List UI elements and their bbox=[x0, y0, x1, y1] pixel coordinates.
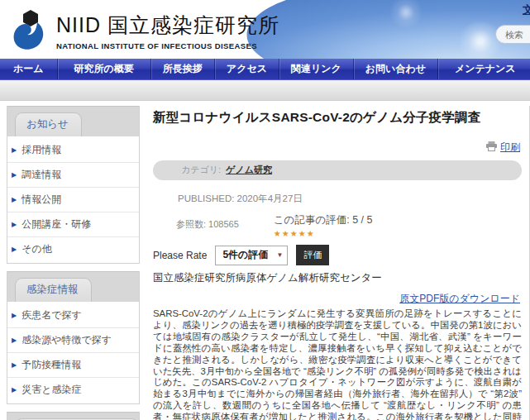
nav-item-access[interactable]: アクセス bbox=[214, 59, 279, 79]
sidebar-list: ▶ 疾患名で探す ▶ 感染源や特徴で探す ▶ 予防接種情報 ▶ 災害と感染症 bbox=[7, 302, 139, 403]
sidebar-item-label: 疾患名で探す bbox=[21, 308, 82, 322]
content-area: お知らせ ▶ 採用情報 ▶ 調達情報 ▶ 情報公開 ▶ 公開講座・研修 bbox=[0, 101, 530, 420]
org-name: NIID 国立感染症研究所 bbox=[56, 12, 279, 39]
sidebar-section-infection-info: 感染症情報 ▶ 疾患名で探す ▶ 感染源や特徴で探す ▶ 予防接種情報 ▶ 災害… bbox=[7, 271, 140, 404]
rating-select-value: 5件の評価 bbox=[222, 248, 268, 262]
sidebar-item-label: 採用情報 bbox=[21, 143, 61, 157]
breadcrumb-strip bbox=[0, 80, 530, 101]
sidebar-item-label: その他 bbox=[21, 242, 52, 256]
sidebar-item-procurement[interactable]: ▶ 調達情報 bbox=[7, 163, 139, 188]
rating-select[interactable]: 5件の評価 ▼ bbox=[215, 246, 288, 265]
nav-item-contact[interactable]: お問い合わせ bbox=[353, 59, 437, 79]
sidebar-list: ▶ 採用情報 ▶ 調達情報 ▶ 情報公開 ▶ 公開講座・研修 ▶ その他 bbox=[7, 136, 139, 263]
arrow-right-icon: ▶ bbox=[12, 246, 17, 253]
site-header: 文 NIID 国立感染症研究所 NATIONAL INSTITUTE OF IN… bbox=[0, 0, 530, 59]
niid-logo-icon bbox=[12, 8, 48, 51]
print-link[interactable]: 印刷 bbox=[500, 141, 520, 155]
sidebar-item-disclosure[interactable]: ▶ 情報公開 bbox=[7, 188, 139, 212]
sidebar-item-label: 調達情報 bbox=[21, 168, 61, 182]
niid-logo[interactable]: NIID 国立感染症研究所 NATIONAL INSTITUTE OF INFE… bbox=[12, 5, 279, 51]
sidebar-item-disaster[interactable]: ▶ 災害と感染症 bbox=[7, 378, 139, 402]
sidebar-section-header: お知らせ bbox=[7, 106, 139, 136]
nav-item-links[interactable]: 関連リンク bbox=[279, 59, 353, 79]
arrow-right-icon: ▶ bbox=[12, 313, 17, 319]
nav-item-maintenance[interactable]: メンテナンス bbox=[437, 59, 530, 79]
nav-item-overview[interactable]: 研究所の概要 bbox=[57, 59, 150, 79]
published-date: PUBLISHED: 2020年4月27日 bbox=[178, 193, 522, 205]
please-rate-label: Please Rate bbox=[153, 250, 207, 261]
nav-item-home[interactable]: ホーム bbox=[0, 59, 57, 79]
meta-row: 参照数: 108565 この記事の評価: 5 / 5 ★★★★★ bbox=[176, 213, 522, 238]
pdf-row: 原文PDF版のダウンロード bbox=[153, 290, 520, 306]
pdf-download-link[interactable]: 原文PDF版のダウンロード bbox=[399, 293, 520, 304]
main-nav: ホーム 研究所の概要 所長挨拶 アクセス 関連リンク お問い合わせ メンテナンス… bbox=[0, 59, 530, 80]
sidebar: お知らせ ▶ 採用情報 ▶ 調達情報 ▶ 情報公開 ▶ 公開講座・研修 bbox=[7, 106, 140, 420]
category-label: カテゴリ: bbox=[181, 165, 221, 174]
sidebar-item-lectures[interactable]: ▶ 公開講座・研修 bbox=[7, 212, 139, 237]
rate-button[interactable]: 評価 bbox=[296, 245, 329, 265]
category-link[interactable]: ゲノム研究 bbox=[226, 165, 272, 174]
article-main: 新型コロナウイルスSARS-CoV-2のゲノム分子疫学調査 印刷 カテゴリ: ゲ… bbox=[153, 106, 530, 420]
article-body: SARS-CoV-2のゲノム上にランダムに発生する変異箇所の足跡をトレースするこ… bbox=[153, 308, 522, 420]
category-bar: カテゴリ: ゲノム研究 bbox=[153, 160, 522, 180]
sidebar-item-label: 予防接種情報 bbox=[21, 358, 81, 372]
star-rating-icons: ★★★★★ bbox=[274, 229, 373, 238]
sidebar-section-news: お知らせ ▶ 採用情報 ▶ 調達情報 ▶ 情報公開 ▶ 公開講座・研修 bbox=[7, 106, 140, 264]
arrow-right-icon: ▶ bbox=[12, 337, 17, 344]
sidebar-title-news[interactable]: お知らせ bbox=[15, 112, 82, 136]
sidebar-title-infection-info[interactable]: 感染症情報 bbox=[15, 278, 92, 302]
sidebar-item-label: 感染源や特徴で探す bbox=[21, 333, 112, 347]
sidebar-item-other[interactable]: ▶ その他 bbox=[7, 237, 139, 261]
view-count: 参照数: 108565 bbox=[176, 218, 239, 231]
rating-label: この記事の評価: 5 / 5 bbox=[274, 213, 373, 227]
font-size-link[interactable]: 文 bbox=[523, 2, 530, 17]
sidebar-section-header: 研究・検査・病原体管理 bbox=[7, 412, 139, 420]
author-line: 国立感染症研究所病原体ゲノム解析研究センター bbox=[153, 271, 522, 285]
rating-block: この記事の評価: 5 / 5 ★★★★★ bbox=[274, 213, 373, 238]
arrow-right-icon: ▶ bbox=[12, 362, 17, 369]
sidebar-item-label: 情報公開 bbox=[21, 193, 61, 207]
org-name-en: NATIONAL INSTITUTE OF INFECTIOUS DISEASE… bbox=[56, 41, 279, 50]
sidebar-item-by-source[interactable]: ▶ 感染源や特徴で探す bbox=[7, 328, 139, 353]
sidebar-item-label: 災害と感染症 bbox=[21, 383, 81, 397]
arrow-right-icon: ▶ bbox=[12, 147, 17, 154]
sidebar-section-research: 研究・検査・病原体管理 ▶ 研究情報 bbox=[7, 412, 140, 420]
printer-icon bbox=[486, 140, 497, 155]
sidebar-item-label: 公開講座・研修 bbox=[21, 217, 91, 231]
search-input[interactable] bbox=[495, 25, 530, 44]
print-row: 印刷 bbox=[153, 140, 520, 155]
arrow-right-icon: ▶ bbox=[12, 197, 17, 203]
chevron-down-icon: ▼ bbox=[276, 251, 283, 259]
sidebar-item-vaccination[interactable]: ▶ 予防接種情報 bbox=[7, 353, 139, 378]
sidebar-section-header: 感染症情報 bbox=[7, 271, 139, 302]
arrow-right-icon: ▶ bbox=[12, 172, 17, 179]
nav-item-greeting[interactable]: 所長挨拶 bbox=[150, 59, 214, 79]
sidebar-item-recruit[interactable]: ▶ 採用情報 bbox=[7, 138, 139, 163]
sidebar-item-by-disease[interactable]: ▶ 疾患名で探す bbox=[7, 303, 139, 328]
rate-row: Please Rate 5件の評価 ▼ 評価 bbox=[153, 245, 522, 265]
arrow-right-icon: ▶ bbox=[12, 387, 17, 394]
page-title: 新型コロナウイルスSARS-CoV-2のゲノム分子疫学調査 bbox=[153, 109, 522, 126]
arrow-right-icon: ▶ bbox=[12, 222, 17, 228]
